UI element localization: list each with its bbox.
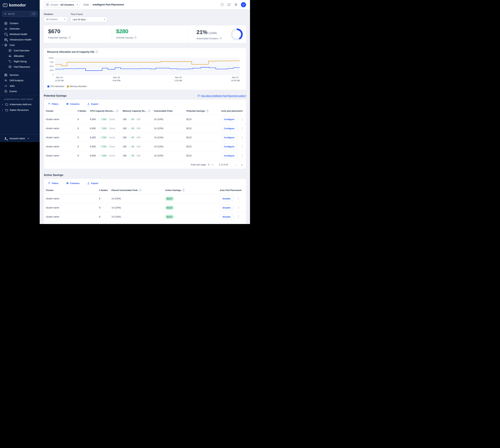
column-header-unevictable[interactable]: Unevictable Pods — [154, 110, 186, 112]
column-header-memory[interactable]: Memory Capacity Re…? — [123, 110, 154, 112]
chat-icon[interactable] — [227, 3, 231, 6]
clusters-filter-value: All Clusters — [46, 18, 58, 21]
help-icon[interactable]: ? — [182, 189, 185, 192]
next-page-icon[interactable]: › — [241, 224, 242, 224]
kebab-menu-icon[interactable]: ⋮ — [237, 197, 240, 200]
configure-button[interactable]: Configure — [221, 116, 237, 122]
help-icon[interactable]: ? — [116, 110, 119, 112]
caret-down-icon: ▾ — [77, 4, 78, 6]
breadcrumb: Cost | Intelligent Pod Placement — [84, 3, 124, 6]
filters-button[interactable]: Filters — [48, 103, 59, 105]
sidebar-item-clusters[interactable]: Clusters — [0, 20, 40, 26]
table-row: cluster-name 8 8,000→7,000Cores 160→80Gi… — [44, 133, 246, 142]
x-axis-tick: Nov 1411:00 AM — [55, 76, 64, 82]
sidebar-item-right-sizing[interactable]: Right-Sizing — [0, 59, 40, 64]
sidebar-item-kubernetes-add-ons[interactable]: › Kubernetes Add-ons — [0, 102, 40, 107]
actively-saving-label: Actively Saving — [116, 36, 133, 39]
automated-clusters-fraction: (12/56) — [208, 32, 217, 35]
cluster-cell: cluster-name — [44, 118, 78, 121]
kebab-menu-icon[interactable]: ⋮ — [241, 154, 244, 157]
gear-icon[interactable]: ⚙ — [234, 3, 238, 6]
kebab-menu-icon[interactable]: ⋮ — [237, 215, 240, 218]
arrow-right-icon: → — [97, 145, 99, 148]
next-page-icon[interactable]: › — [241, 163, 242, 166]
kebab-menu-icon[interactable]: ⋮ — [241, 127, 244, 130]
configure-button[interactable]: Configure — [221, 135, 237, 140]
placed-cell: 14 (10%) — [111, 197, 165, 200]
sidebar-item-overview[interactable]: Overview — [0, 26, 40, 32]
help-icon[interactable]: ? — [206, 110, 209, 112]
column-header-savings[interactable]: Potential Savings? — [186, 110, 219, 112]
x-axis-tick: Nov 192:20 AM — [174, 76, 182, 82]
actively-saving-stat: $280 Actively Saving ? — [112, 25, 188, 43]
kebab-menu-icon[interactable]: ⋮ — [241, 145, 244, 148]
configure-button[interactable]: Configure — [221, 144, 237, 149]
rows-per-page-select[interactable]: 5▾ — [208, 163, 213, 166]
column-header-cluster[interactable]: Cluster — [44, 110, 78, 112]
column-header-cluster[interactable]: Cluster — [44, 189, 99, 192]
column-header-nodes[interactable]: # Nodes — [99, 189, 111, 192]
goto-search-input[interactable]: Go-To + K — [2, 11, 38, 17]
disable-button[interactable]: Disable — [220, 214, 233, 220]
sidebar-item-cost[interactable]: Cost — [0, 42, 40, 48]
help-icon[interactable]: ? — [134, 36, 137, 39]
column-header-savings[interactable]: Active Savings? — [165, 189, 218, 192]
timeframe-filter-select[interactable]: Last 30 days ▾ — [70, 17, 107, 22]
table-row: cluster-name 8 14 (10%) $123 Disable ⋮ — [44, 203, 246, 212]
help-icon[interactable]: ? — [148, 110, 151, 112]
allocation-chart-card: Resource Allocation out of Capacity (%) … — [44, 48, 246, 90]
sidebar-item-workload-health[interactable]: ♥ Workload Health — [0, 32, 40, 37]
avatar[interactable]: U — [241, 2, 246, 7]
sidebar-item-events[interactable]: Events — [0, 89, 40, 94]
filters-button[interactable]: Filters — [48, 182, 59, 185]
column-header-auto[interactable]: Auto Pod Placement — [218, 189, 246, 192]
sidebar-item-infrastructure-health[interactable]: ♥ Infrastructure Health — [0, 37, 40, 42]
column-header-auto[interactable]: Auto pod placement — [219, 110, 246, 112]
y-axis-tick: 50% — [50, 65, 54, 67]
sidebar-item-native-resources[interactable]: › Native Resources — [0, 107, 40, 113]
help-icon[interactable]: ? — [219, 37, 222, 40]
columns-button[interactable]: Columns — [66, 103, 80, 105]
nodes-cell: 8 — [78, 136, 90, 139]
sidebar-item-services[interactable]: Services — [0, 72, 40, 78]
export-button[interactable]: Export — [87, 103, 98, 105]
column-header-placed[interactable]: Placed Unevictable Pods? — [111, 189, 165, 192]
sidebar-item-label: Cost Overview — [14, 49, 29, 52]
table-header-row: Cluster # Nodes Placed Unevictable Pods?… — [44, 187, 246, 194]
action-cell: Disable ⋮ — [218, 214, 246, 220]
kebab-menu-icon[interactable]: ⋮ — [237, 206, 240, 209]
sidebar-item-cost-overview[interactable]: Cost Overview — [0, 48, 40, 53]
account-menu[interactable]: ⚙ Account name — [0, 134, 40, 142]
columns-button[interactable]: Columns — [66, 182, 80, 185]
table-row: cluster-name 8 8,000→7,000Cores 160→80Gi… — [44, 115, 246, 124]
previous-page-icon[interactable]: ‹ — [235, 224, 237, 224]
folder-icon — [5, 103, 8, 106]
configure-button[interactable]: Configure — [221, 153, 237, 159]
sidebar-item-label: Events — [10, 90, 17, 93]
help-icon[interactable]: ? — [69, 36, 71, 39]
column-header-nodes[interactable]: # Nodes — [78, 110, 90, 112]
help-icon[interactable]: ? — [139, 189, 141, 192]
disable-button[interactable]: Disable — [220, 196, 233, 201]
sidebar-item-allocation[interactable]: Allocation — [0, 53, 40, 59]
column-header-cpu[interactable]: CPU Capacity Recom…? — [90, 110, 123, 112]
action-cell: Configure ⋮ — [219, 135, 246, 140]
sidebar-item-jobs[interactable]: Jobs — [0, 83, 40, 89]
sidebar-item-label: Pod Placement — [14, 65, 30, 68]
kebab-menu-icon[interactable]: ⋮ — [241, 118, 244, 121]
help-icon[interactable]: ? — [96, 50, 98, 53]
clusters-filter-select[interactable]: All Clusters ▾ — [44, 16, 68, 22]
export-button[interactable]: Export — [87, 182, 98, 185]
disable-button[interactable]: Disable — [220, 205, 233, 210]
kebab-menu-icon[interactable]: ⋮ — [241, 136, 244, 139]
how-it-works-link[interactable]: How does Intelligent Pod Placement works… — [197, 95, 246, 97]
sidebar-item-pod-placement[interactable]: Pod Placement — [0, 64, 40, 70]
cpu-cell: 8,000→7,000Cores — [90, 127, 123, 130]
help-icon[interactable]: ? — [221, 3, 224, 6]
sidebar-item-drift-analysis[interactable]: Drift Analysis — [0, 78, 40, 83]
grid-icon — [4, 73, 7, 77]
breadcrumb-section[interactable]: Cost — [84, 3, 89, 6]
cluster-select[interactable]: Cluster: All Clusters ▾ — [44, 1, 80, 8]
configure-button[interactable]: Configure — [221, 126, 237, 131]
previous-page-icon[interactable]: ‹ — [235, 163, 237, 166]
